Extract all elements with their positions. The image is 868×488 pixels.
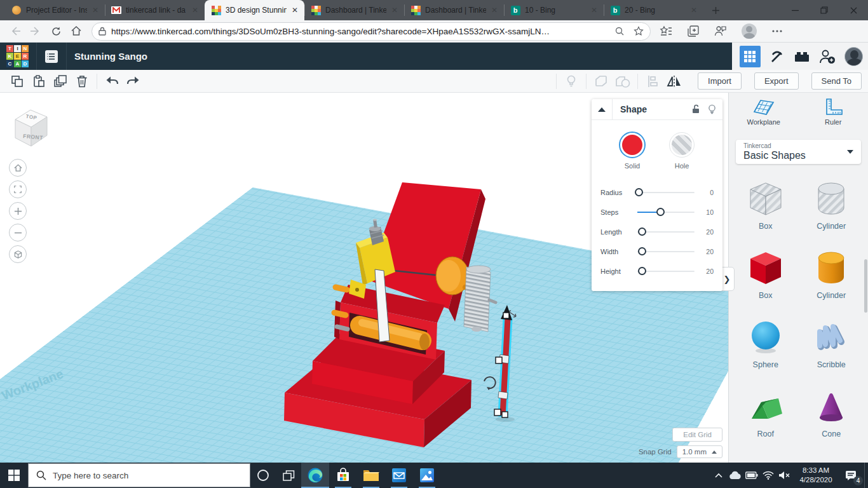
close-window-button[interactable] [839, 0, 868, 20]
design-menu-button[interactable] [37, 43, 66, 70]
scale-handle[interactable] [503, 313, 509, 318]
paste-icon[interactable] [28, 72, 50, 90]
show-all-icon[interactable] [560, 72, 582, 90]
shape-sphere[interactable]: Sphere [733, 319, 799, 369]
tab-close-icon[interactable]: ✕ [189, 5, 201, 15]
minecraft-mode-icon[interactable] [770, 49, 785, 64]
tab-close-icon[interactable]: ✕ [688, 5, 700, 15]
scale-handle[interactable] [496, 357, 502, 363]
browser-profile-avatar[interactable] [742, 24, 757, 39]
tab-3d-design[interactable]: 3D design Stunnin ✕ [205, 0, 304, 20]
design-title[interactable]: Stunning Sango [74, 51, 147, 62]
taskbar-clock[interactable]: 8:33 AM 4/28/2020 [793, 466, 839, 485]
new-tab-button[interactable] [706, 1, 725, 20]
tray-chevron-icon[interactable] [710, 463, 727, 488]
tab-bing-10[interactable]: b 10 - Bing ✕ [504, 0, 604, 20]
restore-button[interactable] [810, 0, 839, 20]
back-button[interactable] [5, 22, 25, 41]
ruler-tool[interactable]: Ruler [799, 98, 868, 133]
edit-grid-button[interactable]: Edit Grid [672, 428, 722, 442]
height-slider[interactable] [637, 271, 695, 272]
view-cube[interactable]: TOP FRONT [8, 102, 53, 150]
tab-project-editor[interactable]: Project Editor - Ins ✕ [5, 0, 105, 20]
snap-grid-select[interactable]: 1.0 mm [677, 445, 722, 458]
volume-muted-icon[interactable] [776, 463, 793, 488]
length-slider[interactable] [637, 231, 695, 233]
taskbar-photos[interactable] [413, 463, 441, 488]
address-bar[interactable]: https://www.tinkercad.com/things/3DSoUm0… [92, 22, 651, 41]
refresh-button[interactable] [46, 22, 66, 41]
taskbar-search-box[interactable]: Type here to search [28, 463, 250, 487]
zoom-out-button[interactable] [9, 224, 27, 241]
sidebar-scrollbar[interactable] [864, 259, 867, 313]
shape-hole-cylinder[interactable]: Cylinder [799, 180, 865, 231]
home-button[interactable] [66, 22, 86, 41]
scale-handle[interactable] [494, 409, 501, 416]
browser-menu-icon[interactable] [772, 30, 782, 32]
steps-slider[interactable] [637, 212, 695, 213]
cortana-button[interactable] [250, 463, 276, 488]
radius-slider[interactable] [637, 192, 695, 193]
tab-close-icon[interactable]: ✕ [389, 5, 400, 15]
unlock-icon[interactable] [691, 104, 700, 114]
collections-icon[interactable] [688, 25, 699, 37]
ungroup-icon[interactable] [612, 72, 634, 90]
undo-icon[interactable] [101, 72, 123, 90]
import-button[interactable]: Import [698, 72, 742, 90]
favorite-star-icon[interactable] [634, 26, 644, 36]
delete-icon[interactable] [71, 72, 93, 90]
collapse-panel-button[interactable] [592, 99, 613, 120]
hole-swatch[interactable] [670, 133, 694, 157]
shape-cone[interactable]: Cone [799, 388, 865, 438]
taskbar-store[interactable] [329, 463, 357, 488]
favorites-bar-icon[interactable] [660, 25, 672, 37]
tab-gmail[interactable]: tinkercad link - da ✕ [105, 0, 205, 20]
taskbar-edge[interactable] [301, 463, 329, 488]
lightbulb-icon[interactable] [708, 104, 716, 114]
minimize-button[interactable] [780, 0, 810, 20]
task-view-button[interactable] [276, 463, 301, 488]
shape-scribble[interactable]: Scribble [799, 319, 865, 369]
shape-roof[interactable]: Roof [733, 388, 799, 438]
mirror-icon[interactable] [663, 72, 685, 90]
share-feedback-icon[interactable] [714, 25, 726, 37]
battery-icon[interactable] [743, 463, 760, 488]
forward-button[interactable] [25, 22, 46, 41]
scale-handle[interactable] [502, 412, 508, 417]
fit-view-button[interactable] [9, 180, 27, 198]
zoom-in-button[interactable] [9, 202, 27, 220]
hole-option[interactable]: Hole [670, 133, 694, 170]
workplane-tool[interactable]: Workplane [729, 98, 799, 133]
account-avatar[interactable] [844, 47, 863, 66]
shape-category-dropdown[interactable]: Tinkercad Basic Shapes [736, 140, 861, 164]
send-to-button[interactable]: Send To [811, 72, 862, 90]
taskbar-mail[interactable] [385, 463, 413, 488]
solid-swatch[interactable] [620, 133, 644, 157]
start-button[interactable] [0, 463, 28, 488]
perspective-toggle-button[interactable] [9, 245, 27, 263]
tab-dashboard-2[interactable]: Dashboard | Tinke ✕ [404, 0, 504, 20]
home-view-button[interactable] [9, 159, 27, 177]
taskbar-file-explorer[interactable] [357, 463, 385, 488]
action-center-button[interactable]: 4 [839, 463, 864, 488]
onedrive-icon[interactable] [727, 463, 743, 488]
shape-hole-box[interactable]: Box [733, 180, 799, 231]
align-icon[interactable] [642, 72, 663, 90]
tab-close-icon[interactable]: ✕ [588, 5, 600, 15]
export-button[interactable]: Export [754, 72, 799, 90]
tab-bing-20[interactable]: b 20 - Bing ✕ [604, 0, 703, 20]
add-person-icon[interactable] [819, 49, 836, 64]
show-desktop-button[interactable] [864, 463, 868, 488]
tab-close-icon[interactable]: ✕ [489, 5, 500, 15]
duplicate-icon[interactable] [50, 72, 71, 90]
blocks-mode-button[interactable] [740, 46, 761, 67]
shape-red-box[interactable]: Box [733, 250, 799, 300]
redo-icon[interactable] [123, 72, 144, 90]
tab-dashboard-1[interactable]: Dashboard | Tinke ✕ [304, 0, 404, 20]
width-slider[interactable] [637, 251, 695, 252]
solid-option[interactable]: Solid [620, 133, 644, 170]
copy-icon[interactable] [6, 72, 28, 90]
wifi-icon[interactable] [760, 463, 776, 488]
group-icon[interactable] [590, 72, 612, 90]
search-in-page-icon[interactable] [614, 26, 625, 36]
